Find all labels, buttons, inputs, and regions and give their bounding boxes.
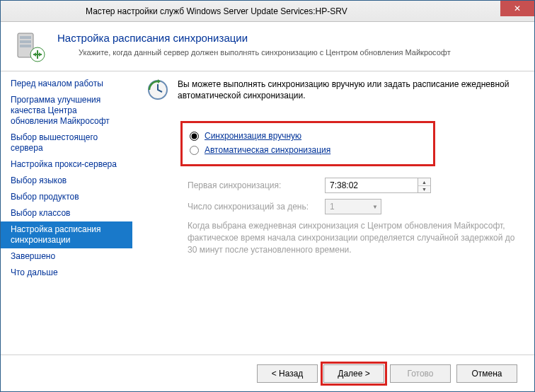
nav-item-1[interactable]: Программа улучшения качества Центра обно… [1,92,132,129]
chevron-down-icon: ▼ [372,204,378,210]
close-button[interactable]: ✕ [500,1,534,16]
first-sync-time-field[interactable] [326,178,418,192]
nav-item-5[interactable]: Выбор продуктов [1,189,132,205]
next-button[interactable]: Далее > [323,364,384,383]
svg-rect-3 [20,45,31,47]
spinner-down-icon[interactable]: ▼ [418,186,430,193]
schedule-note: Когда выбрана ежедневная синхронизация с… [188,220,520,255]
nav-item-4[interactable]: Выбор языков [1,173,132,189]
wizard-header: Настройка расписания синхронизации Укажи… [1,22,534,71]
spinner-up-icon[interactable]: ▲ [418,178,430,186]
per-day-label: Число синхронизаций за день: [188,202,315,212]
window-title: Мастер настройки служб Windows Server Up… [86,6,347,16]
cancel-button[interactable]: Отмена [456,364,517,383]
back-button[interactable]: < Назад [257,364,318,383]
time-spinner[interactable]: ▲ ▼ [418,178,430,192]
nav-item-3[interactable]: Настройка прокси-сервера [1,156,132,173]
wizard-body: Перед началом работыПрограмма улучшения … [1,71,534,354]
schedule-options: Первая синхронизация: ▲ ▼ Число синхрони… [188,178,520,255]
page-title: Настройка расписания синхронизации [57,32,520,44]
wizard-content: Вы можете выполнять синхронизацию вручну… [132,71,534,354]
server-sync-icon [13,30,47,64]
nav-item-8[interactable]: Завершено [1,248,132,265]
intro-text: Вы можете выполнять синхронизацию вручну… [178,79,520,101]
nav-item-7[interactable]: Настройка расписания синхронизации [1,221,132,248]
wizard-nav: Перед началом работыПрограмма улучшения … [1,71,132,354]
finish-button[interactable]: Готово [390,364,451,383]
wizard-window: Мастер настройки служб Windows Server Up… [0,0,535,392]
first-sync-time-input[interactable]: ▲ ▼ [325,178,431,193]
radio-manual-label[interactable]: Синхронизация вручную [205,131,301,141]
titlebar[interactable]: Мастер настройки служб Windows Server Up… [1,1,534,22]
page-subtitle: Укажите, когда данный сервер должен выпо… [57,48,520,57]
svg-rect-1 [20,36,31,39]
per-day-combo[interactable]: 1 ▼ [325,199,381,214]
sync-mode-group: Синхронизация вручную Автоматическая син… [180,121,435,166]
wizard-footer: < Назад Далее > Готово Отмена [1,354,534,391]
first-sync-label: Первая синхронизация: [188,180,315,190]
nav-item-9[interactable]: Что дальше [1,265,132,281]
per-day-value: 1 [330,202,335,212]
radio-manual-sync[interactable] [190,132,199,141]
radio-auto-sync[interactable] [190,146,199,155]
radio-auto-label[interactable]: Автоматическая синхронизация [205,145,330,155]
close-icon: ✕ [514,4,521,13]
nav-item-2[interactable]: Выбор вышестоящего сервера [1,129,132,156]
nav-item-0[interactable]: Перед началом работы [1,76,132,92]
clock-sync-icon [146,79,169,101]
svg-rect-2 [20,40,31,43]
nav-item-6[interactable]: Выбор классов [1,205,132,221]
